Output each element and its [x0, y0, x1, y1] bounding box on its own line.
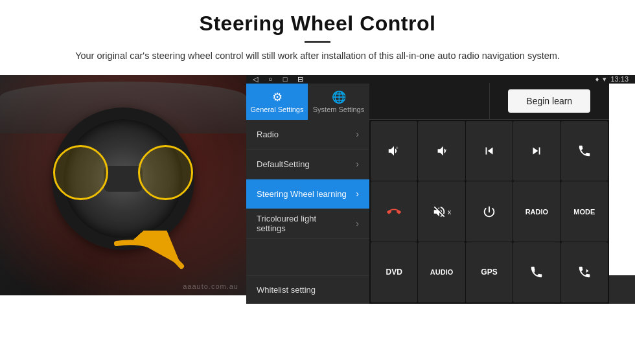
sw-center — [104, 166, 143, 192]
mute-icon — [432, 205, 446, 219]
menu-item-steering[interactable]: Steering Wheel learning › — [246, 179, 369, 209]
controls-top: Begin learn — [369, 84, 609, 120]
page-wrapper: Steering Wheel Control Your original car… — [0, 0, 635, 364]
menu-item-default[interactable]: DefaultSetting › — [246, 150, 369, 179]
nav-buttons: ◁ ○ □ ⊟ — [253, 75, 303, 84]
radio-text-button[interactable]: RADIO — [513, 181, 560, 242]
page-subtitle: Your original car's steering wheel contr… — [65, 49, 570, 63]
menu-list: Radio › DefaultSetting › Steering Wheel … — [246, 120, 369, 275]
menu-radio-label: Radio — [257, 130, 279, 139]
chevron-right-icon: › — [356, 188, 359, 199]
steering-wheel-image: aaauto.com.au — [0, 75, 246, 295]
gear-icon: ⚙ — [272, 90, 283, 104]
power-button[interactable] — [466, 181, 513, 242]
begin-learn-button[interactable]: Begin learn — [508, 89, 590, 113]
menu-tricoloured-line2: settings — [257, 223, 316, 233]
gps-label: GPS — [481, 267, 497, 277]
mute-x-label: x — [448, 208, 452, 216]
audio-label: AUDIO — [430, 268, 453, 276]
wifi-icon: ▾ — [603, 75, 606, 84]
dvd-label: DVD — [386, 267, 402, 277]
phone-icon — [577, 144, 592, 158]
whitelist-label: Whitelist setting — [257, 285, 316, 295]
page-title: Steering Wheel Control — [26, 12, 609, 36]
begin-learn-area: Begin learn — [490, 89, 610, 113]
vol-down-button[interactable]: − — [418, 121, 465, 181]
vol-up-button[interactable]: + — [371, 121, 417, 181]
highlight-circle-right — [138, 145, 193, 200]
prev-button[interactable] — [466, 121, 513, 181]
empty-area — [369, 83, 490, 119]
globe-icon: 🌐 — [332, 90, 346, 104]
vol-up-icon: + — [387, 144, 401, 158]
hang-up-icon — [387, 205, 401, 219]
controls-panel: Begin learn + — [369, 84, 609, 304]
mode-button[interactable]: MODE — [561, 181, 608, 242]
status-bar-right: ♦ ▾ 13:13 — [595, 75, 629, 84]
arrow-area — [104, 231, 194, 282]
dvd-button[interactable]: DVD — [371, 242, 417, 302]
nav-back-icon[interactable]: ◁ — [253, 75, 258, 84]
highlight-circle-left — [53, 145, 108, 200]
chevron-right-icon: › — [356, 159, 359, 169]
chevron-right-icon: › — [356, 218, 359, 229]
tab-general[interactable]: ⚙ General Settings — [246, 84, 308, 120]
nav-square-icon[interactable]: □ — [283, 75, 288, 83]
svg-text:−: − — [443, 147, 446, 154]
location-icon: ♦ — [595, 75, 599, 83]
next-button[interactable] — [513, 121, 560, 181]
phone-button[interactable] — [561, 121, 608, 181]
menu-tricoloured-line1: Tricoloured light — [257, 214, 316, 223]
menu-item-tricoloured[interactable]: Tricoloured light settings › — [246, 209, 369, 239]
controls-grid: + − — [369, 120, 609, 304]
title-divider — [305, 41, 330, 43]
status-bar: ◁ ○ □ ⊟ ♦ ▾ 13:13 — [246, 75, 635, 84]
gps-button[interactable]: GPS — [466, 242, 513, 302]
tel-next-button[interactable] — [561, 242, 608, 302]
svg-text:+: + — [396, 145, 398, 151]
skip-next-icon — [529, 144, 544, 158]
menu-steering-label: Steering Wheel learning — [257, 189, 347, 199]
content-area: aaauto.com.au ◁ ○ □ ⊟ ♦ ▾ 13:13 — [0, 75, 635, 364]
nav-home-icon[interactable]: ○ — [268, 75, 273, 83]
hang-up-button[interactable] — [371, 181, 417, 242]
nav-extra-icon[interactable]: ⊟ — [297, 75, 303, 84]
tab-general-label: General Settings — [251, 106, 304, 113]
skip-prev-icon — [482, 144, 496, 158]
tel-next-icon — [577, 265, 592, 279]
power-icon — [482, 205, 496, 219]
tel-prev-icon — [529, 265, 544, 279]
radio-label: RADIO — [525, 208, 548, 216]
watermark: aaauto.com.au — [183, 282, 238, 290]
tab-system-label: System Settings — [313, 106, 364, 113]
settings-tabs: ⚙ General Settings 🌐 System Settings — [246, 84, 369, 120]
vol-down-icon: − — [435, 144, 449, 158]
arrow-icon — [104, 231, 194, 282]
chevron-right-icon: › — [356, 129, 359, 139]
clock: 13:13 — [610, 75, 629, 83]
mute-button[interactable]: x — [418, 181, 465, 242]
menu-item-radio[interactable]: Radio › — [246, 120, 369, 150]
audio-button[interactable]: AUDIO — [418, 242, 465, 302]
tel-prev-button[interactable] — [513, 242, 560, 302]
mode-label: MODE — [573, 208, 595, 216]
tab-system[interactable]: 🌐 System Settings — [308, 84, 369, 120]
menu-default-label: DefaultSetting — [257, 159, 310, 169]
left-menu: ⚙ General Settings 🌐 System Settings Rad… — [246, 84, 369, 304]
header-section: Steering Wheel Control Your original car… — [0, 0, 635, 70]
menu-tricoloured-text: Tricoloured light settings — [257, 214, 316, 233]
